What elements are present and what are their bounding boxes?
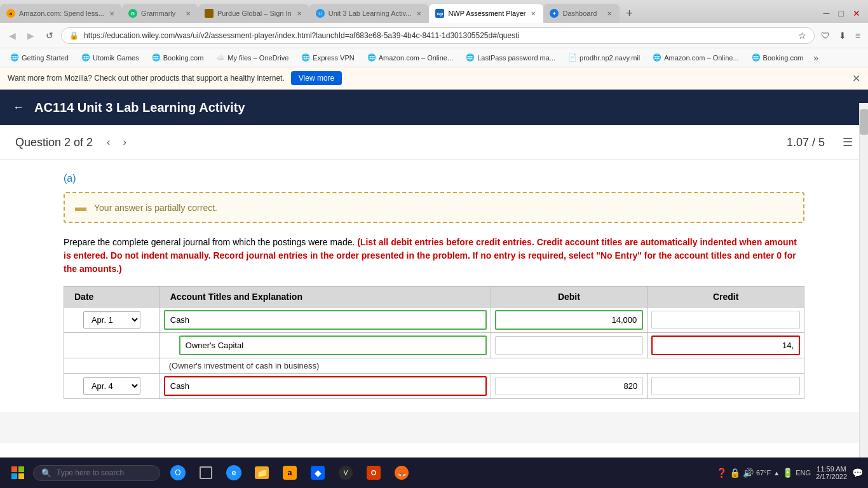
bookmark-onedrive[interactable]: ☁️ My files – OneDrive (211, 52, 294, 63)
tab-bar: a Amazon.com: Spend less... ✕ G Grammarl… (0, 0, 868, 23)
scrollbar-track[interactable] (859, 103, 868, 443)
account-cell-capital (159, 333, 491, 358)
unit3-favicon: U (316, 9, 325, 18)
minimize-button[interactable]: ─ (821, 6, 832, 21)
tab-grammarly-label: Grammarly (141, 10, 180, 17)
bookmark-booking2[interactable]: 🌐 Booking.com (747, 52, 809, 63)
amazon-favicon: a (6, 9, 15, 18)
date-select-2[interactable]: Apr. 4 (83, 377, 140, 395)
nav-bar: ◀ ▶ ↺ 🔒 https://education.wiley.com/was/… (0, 23, 868, 48)
notification-close-button[interactable]: ✕ (852, 72, 860, 85)
more-bookmarks-icon[interactable]: » (813, 53, 818, 63)
debit-input-capital[interactable] (495, 336, 644, 355)
forward-button[interactable]: ▶ (24, 28, 38, 43)
next-question-button[interactable]: › (119, 135, 130, 149)
debit-cell-capital (491, 333, 648, 358)
credit-input-cash[interactable] (651, 311, 800, 329)
bookmark-amazon2[interactable]: 🌐 Amazon.com – Online... (648, 52, 743, 63)
description-date-cell (64, 358, 160, 374)
tab-nwp-close[interactable]: ✕ (529, 9, 537, 18)
getting-started-icon: 🌐 (10, 53, 19, 62)
account-input-capital[interactable] (179, 336, 487, 355)
instructions: Prepare the complete general journal fro… (64, 236, 804, 276)
tab-dashboard[interactable]: ✦ Dashboard ✕ (543, 4, 620, 23)
content-area: (a) ▬ Your answer is partially correct. … (0, 160, 868, 412)
date-cell-empty (64, 333, 160, 358)
bookmark-expressvpn[interactable]: 🌐 Express VPN (296, 52, 359, 63)
part-label: (a) (64, 173, 804, 184)
back-arrow-button[interactable]: ← (13, 101, 24, 114)
tab-amazon[interactable]: a Amazon.com: Spend less... ✕ (0, 4, 122, 23)
tab-amazon-label: Amazon.com: Spend less... (19, 10, 104, 17)
notification-text: Want more from Mozilla? Check out other … (8, 74, 285, 83)
credit-cell-capital (648, 333, 804, 358)
security-icon: 🔒 (69, 31, 79, 40)
tab-nwp[interactable]: wp NWP Assessment Player ✕ (429, 4, 543, 23)
tab-unit3-close[interactable]: ✕ (415, 9, 423, 18)
bookmark-getting-started[interactable]: 🌐 Getting Started (5, 52, 74, 63)
list-icon[interactable]: ☰ (843, 135, 853, 149)
new-tab-button[interactable]: + (620, 4, 639, 23)
journal-table: Date Account Titles and Explanation Debi… (64, 286, 804, 399)
download-icon[interactable]: ⬇ (836, 28, 849, 43)
description-text: (Owner's investment of cash in business) (164, 358, 325, 373)
header-account: Account Titles and Explanation (159, 287, 491, 308)
shield-icon[interactable]: 🛡 (818, 28, 832, 43)
header-credit: Credit (648, 287, 804, 308)
table-row (64, 333, 804, 358)
utomik-icon: 🌐 (81, 53, 90, 62)
table-row: Apr. 4 (64, 374, 804, 399)
bookmark-prodhr[interactable]: 📄 prodhr.np2.navy.mil (563, 52, 645, 63)
back-button[interactable]: ◀ (5, 28, 20, 43)
booking2-icon: 🌐 (752, 53, 761, 62)
view-more-button[interactable]: View more (291, 71, 342, 85)
alert-icon: ▬ (75, 201, 86, 214)
bookmarks-bar: 🌐 Getting Started 🌐 Utomik Games 🌐 Booki… (0, 48, 868, 67)
page-header: ← AC114 Unit 3 Lab Learning Activity (0, 90, 868, 125)
account-input-cash2[interactable] (164, 376, 487, 396)
tab-grammarly[interactable]: G Grammarly ✕ (122, 4, 198, 23)
address-bar[interactable]: 🔒 https://education.wiley.com/was/ui/v2/… (61, 27, 815, 44)
account-input-cash[interactable] (164, 310, 487, 330)
dashboard-favicon: ✦ (550, 9, 559, 18)
browser-chrome: a Amazon.com: Spend less... ✕ G Grammarl… (0, 0, 868, 90)
scrollbar-thumb[interactable] (860, 109, 868, 135)
close-window-button[interactable]: ✕ (850, 6, 863, 21)
debit-input-cash2[interactable] (495, 377, 644, 395)
alert-box: ▬ Your answer is partially correct. (64, 192, 804, 223)
credit-cell-cash2 (648, 374, 804, 399)
header-debit: Debit (491, 287, 648, 308)
bookmark-booking[interactable]: 🌐 Booking.com (147, 52, 209, 63)
alert-text: Your answer is partially correct. (94, 203, 217, 213)
reload-button[interactable]: ↺ (42, 28, 57, 43)
tab-purdue-close[interactable]: ✕ (295, 9, 303, 18)
expressvpn-icon: 🌐 (301, 53, 310, 62)
tab-amazon-close[interactable]: ✕ (108, 9, 116, 18)
bookmark-amazon1[interactable]: 🌐 Amazon.com – Online... (362, 52, 458, 63)
debit-cell-cash2 (491, 374, 648, 399)
tab-dashboard-label: Dashboard (562, 10, 602, 17)
tab-unit3-label: Unit 3 Lab Learning Activ... (329, 10, 412, 17)
maximize-button[interactable]: □ (836, 6, 846, 21)
tab-purdue[interactable]: Purdue Global – Sign In ✕ (198, 4, 309, 23)
tab-unit3[interactable]: U Unit 3 Lab Learning Activ... ✕ (309, 4, 430, 23)
tab-dashboard-close[interactable]: ✕ (606, 9, 613, 18)
prev-question-button[interactable]: ‹ (103, 135, 114, 149)
bookmark-utomik[interactable]: 🌐 Utomik Games (76, 52, 144, 63)
prodhr-icon: 📄 (568, 53, 577, 62)
tab-grammarly-close[interactable]: ✕ (184, 9, 192, 18)
nav-icons: 🛡 ⬇ ≡ (818, 28, 863, 43)
date-select-1[interactable]: Apr. 1 (83, 311, 140, 329)
credit-input-capital[interactable] (651, 336, 800, 355)
nwp-favicon: wp (435, 9, 444, 18)
debit-input-cash[interactable] (495, 310, 644, 330)
header-date: Date (64, 287, 160, 308)
tab-nwp-label: NWP Assessment Player (448, 10, 526, 17)
star-icon[interactable]: ☆ (798, 30, 806, 41)
menu-icon[interactable]: ≡ (853, 28, 863, 43)
amazon1-icon: 🌐 (367, 53, 376, 62)
credit-input-cash2[interactable] (651, 377, 800, 395)
tab-purdue-label: Purdue Global – Sign In (217, 10, 292, 17)
bookmark-lastpass[interactable]: 🌐 LastPass password ma... (461, 52, 560, 63)
amazon2-icon: 🌐 (653, 53, 661, 62)
